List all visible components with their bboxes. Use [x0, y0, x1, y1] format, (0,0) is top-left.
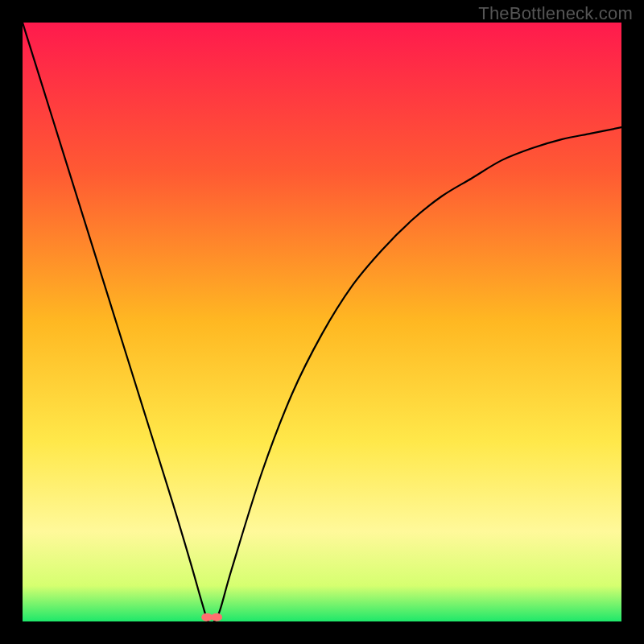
min-marker-a	[201, 613, 213, 621]
min-marker-b	[211, 613, 222, 621]
chart-svg	[23, 23, 621, 621]
chart-frame: TheBottleneck.com	[0, 0, 644, 644]
plot-area	[23, 23, 621, 621]
watermark-text: TheBottleneck.com	[478, 3, 633, 24]
gradient-background	[23, 23, 621, 621]
